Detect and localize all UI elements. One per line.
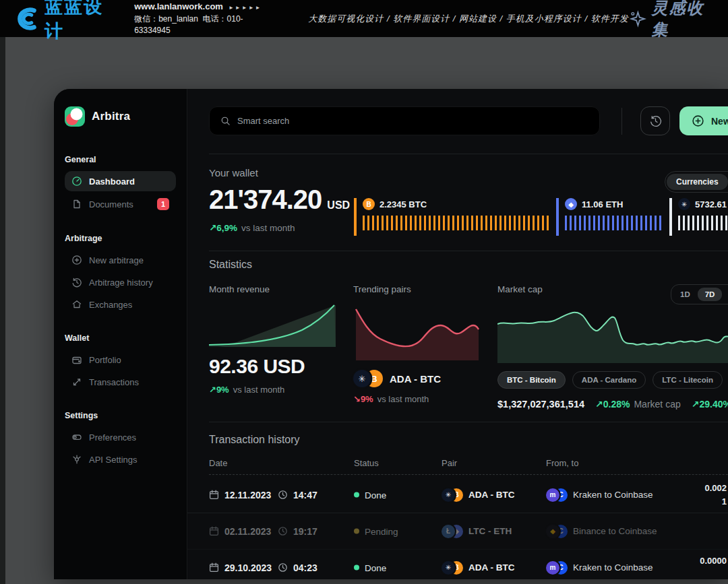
ada-amount: 5732.61 ADA <box>695 199 728 209</box>
pill-btc-bitcoin[interactable]: BTC - Bitcoin <box>497 371 566 389</box>
tx-amounts: 0.0021 <box>704 482 727 509</box>
sidebar-item-arbitrage-history[interactable]: Arbitrage history <box>65 272 176 292</box>
tx-pair: ADA - BTC <box>468 490 515 500</box>
new-arbitrage-button[interactable]: New arbitrage <box>679 106 728 135</box>
transaction-history-title: Transaction history <box>209 434 300 446</box>
sidebar-item-new-arbitrage[interactable]: New arbitrage <box>65 250 176 270</box>
banner-wechat: 微信：ben_lanlan <box>134 14 198 24</box>
wallet-icon <box>71 354 82 365</box>
sidebar-item-label: Documents <box>89 199 133 209</box>
sidebar-item-exchanges[interactable]: Exchanges <box>65 294 176 315</box>
wallet-change-value: ↗6,9% <box>209 223 237 233</box>
market-cap-stats: $1,327,027,361,514 ↗0.28%Market cap ↗29.… <box>497 399 728 410</box>
btc-holding-bars <box>363 216 549 230</box>
tab-1d[interactable]: 1D <box>673 288 698 301</box>
documents-badge: 1 <box>157 198 169 210</box>
holding-btc[interactable]: B 2.2345 BTC <box>354 198 549 236</box>
pill-ada-cardano[interactable]: ADA - Cardano <box>572 371 646 389</box>
tx-date: 29.10.2023 <box>224 562 272 573</box>
banner-arrows: ►►►►► <box>229 5 262 11</box>
sidebar-item-transactions[interactable]: Transactions <box>65 372 176 392</box>
banner-services: 大数据可视化设计 / 软件界面设计 / 网站建设 / 手机及小程序设计 / 软件… <box>308 13 628 25</box>
wallet-title: Your wallet <box>209 167 258 179</box>
history-button[interactable] <box>640 106 670 135</box>
holding-eth[interactable]: ◆ 11.06 ETH <box>556 198 663 236</box>
history-icon <box>71 277 82 288</box>
holding-ada[interactable]: ✳ 5732.61 ADA <box>669 198 728 236</box>
trending-pairs-card: Trending pairs ✳ B ADA - BTC ↘9%vs last … <box>353 284 480 404</box>
sidebar-item-documents[interactable]: Documents 1 <box>65 193 176 215</box>
section-divider <box>209 422 728 422</box>
topbar-divider <box>621 108 622 135</box>
ada-coin-icon: ✳ <box>353 370 371 387</box>
sparkle-icon <box>629 9 647 28</box>
status-dot-done <box>354 492 359 498</box>
plus-circle-icon <box>71 255 82 265</box>
page-background: Arbitra General Dashboard Documents 1 Ar… <box>0 37 728 584</box>
tx-pair: ADA - BTC <box>468 562 515 573</box>
banner-collect-name: 灵感收集 <box>651 0 719 40</box>
search-input[interactable] <box>237 116 588 126</box>
banner-contact: www.lanlanwork.com►►►►► 微信：ben_lanlan 电话… <box>134 1 273 36</box>
banner-url[interactable]: www.lanlanwork.com <box>134 1 223 11</box>
pair-icons: Ł◆ <box>442 525 463 538</box>
kraken-icon: m <box>546 561 559 575</box>
table-row[interactable]: 12.11.2023 14:47 Done ✳BADA - BTC mCKrak… <box>187 477 728 513</box>
ada-icon: ✳ <box>678 198 690 210</box>
banner-brand: 蓝蓝设计 <box>11 0 119 43</box>
left-edge-strip <box>0 37 5 584</box>
new-arbitrage-label: New arbitrage <box>711 116 728 127</box>
wallet-amount: 21'374.20USD <box>209 185 350 215</box>
pill-ltc-litecoin[interactable]: LTC - Litecoin <box>653 371 723 389</box>
sidebar-item-preferences[interactable]: Preferences <box>65 427 176 447</box>
tx-time: 04:23 <box>293 562 317 573</box>
nav-section-general: General Dashboard Documents 1 <box>65 155 176 215</box>
calendar-icon <box>209 526 219 536</box>
arbitra-logo-icon <box>65 106 85 127</box>
sidebar-item-api-settings[interactable]: API Settings <box>65 449 176 469</box>
nav-section-settings: Settings Preferences API Settings <box>65 411 176 469</box>
wallet-currency: USD <box>327 199 350 211</box>
lanlan-logo-icon <box>11 5 39 32</box>
column-date: Date <box>209 458 227 468</box>
market-cap-card: Market cap 1D 7D 1M BTC - Bitcoin ADA - … <box>497 284 728 410</box>
sidebar-item-dashboard[interactable]: Dashboard <box>65 171 176 191</box>
tx-status: Pending <box>365 526 398 536</box>
tx-pair: LTC - ETH <box>468 526 512 536</box>
plus-circle-icon <box>692 115 704 127</box>
trending-pairs-label: Trending pairs <box>353 284 480 294</box>
pair-icons: ✳ B <box>353 370 383 387</box>
btc-icon: B <box>363 198 375 210</box>
toggle-icon <box>71 432 82 443</box>
tab-7d[interactable]: 7D <box>698 288 723 301</box>
sidebar-item-label: Dashboard <box>89 176 135 187</box>
exchange-icons: mC <box>546 561 568 575</box>
search-bar[interactable] <box>209 106 600 135</box>
statistics-title: Statistics <box>209 259 252 271</box>
table-row[interactable]: 29.10.2023 04:23 Done ✳BADA - BTC mCKrak… <box>187 550 728 579</box>
ada-coin-icon: ✳ <box>442 561 455 575</box>
trending-pair[interactable]: ✳ B ADA - BTC <box>353 370 480 387</box>
tab-1m[interactable]: 1M <box>722 288 728 301</box>
tx-route: Kraken to Coinbase <box>573 562 653 573</box>
market-coin-pills: BTC - Bitcoin ADA - Cardano LTC - Liteco… <box>497 371 728 389</box>
nav-section-label: Settings <box>65 411 176 420</box>
wallet-change: ↗6,9%vs last month <box>209 222 295 233</box>
status-dot-pending <box>354 529 359 534</box>
exchange-house-icon <box>71 299 82 310</box>
pair-icons: ✳B <box>442 561 463 575</box>
market-cap-chart <box>497 304 728 363</box>
tab-currencies[interactable]: Currencies <box>667 174 728 190</box>
clock-history-icon <box>649 115 662 127</box>
banner-collect: 灵感收集 <box>629 0 719 40</box>
tx-date: 02.11.2023 <box>224 526 271 537</box>
clock-icon <box>278 562 288 573</box>
sidebar-item-label: Preferences <box>89 432 136 443</box>
ada-holding-bars <box>678 216 728 230</box>
sidebar-item-portfolio[interactable]: Portfolio <box>65 350 176 370</box>
app-logo[interactable]: Arbitra <box>65 106 176 127</box>
document-icon <box>71 199 82 209</box>
dashboard-window: Arbitra General Dashboard Documents 1 Ar… <box>54 89 728 579</box>
calendar-icon <box>209 490 219 500</box>
table-row[interactable]: 02.11.2023 19:17 Pending Ł◆LTC - ETH ◆CB… <box>187 513 728 550</box>
